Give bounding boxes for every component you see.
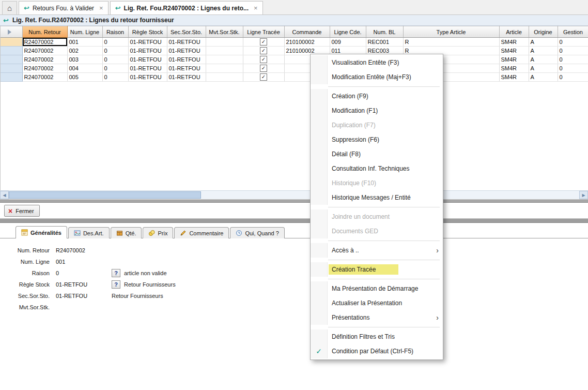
scroll-right-button[interactable]: ▶ (579, 191, 588, 199)
horizontal-scrollbar[interactable]: ◀ ▶ (0, 190, 588, 199)
grid-cell[interactable]: 002 (67, 47, 102, 55)
tab-g-n-ralit-s[interactable]: Généralités (16, 226, 67, 238)
grid-cell[interactable]: 0 (558, 55, 588, 64)
grid-cell[interactable]: 0 (558, 38, 588, 47)
grid-cell[interactable]: R24070002 (22, 55, 67, 64)
column-header-num-retour[interactable]: Num. Retour (22, 26, 67, 38)
grid-cell[interactable]: R24070002 (22, 38, 67, 47)
grid-cell[interactable]: 001 (67, 38, 102, 47)
menu-item-consultation-inf-techniques[interactable]: Consultation Inf. Techniques (311, 161, 443, 176)
scroll-left-button[interactable]: ◀ (0, 191, 9, 199)
tab-lig-ret-fou[interactable]: ↩ Lig. Ret. Fou.R24070002 : Lignes du re… (110, 1, 263, 14)
grid-cell[interactable]: 01-RETFOU (128, 73, 167, 82)
menu-item-d-tail-f8[interactable]: Détail (F8) (311, 147, 443, 161)
grid-cell[interactable]: R24070002 (22, 73, 67, 82)
grid-cell[interactable]: 01-RETFOU (167, 47, 206, 55)
column-header-num-bl[interactable]: Num. BL (366, 26, 403, 38)
grid-cell[interactable]: 01-RETFOU (167, 73, 206, 82)
column-header-origine[interactable]: Origine (529, 26, 558, 38)
menu-item-ma-pr-sentation-de-d-marrage[interactable]: Ma Présentation de Démarrage (311, 281, 443, 296)
menu-item-pr-sentations[interactable]: Présentations› (311, 310, 443, 325)
grid-cell[interactable]: A (529, 73, 558, 82)
tab-qui-quand[interactable]: Qui, Quand ? (230, 227, 284, 238)
grid-cell[interactable]: 0 (102, 73, 128, 82)
grid-cell[interactable]: 0 (102, 38, 128, 47)
column-header-sec-sor-sto-[interactable]: Sec.Sor.Sto. (167, 26, 206, 38)
panel-splitter-top[interactable] (0, 199, 588, 203)
tab-prix[interactable]: Prix (143, 227, 173, 238)
fermer-button[interactable]: × Fermer (4, 205, 40, 217)
grid-cell[interactable]: R24070002 (22, 47, 67, 55)
menu-item-historique-messages-entit[interactable]: Historique Messages / Entité (311, 190, 443, 205)
row-selector[interactable] (1, 38, 22, 47)
grid-cell[interactable]: 01-RETFOU (167, 38, 206, 47)
menu-item-condition-par-d-faut-ctrl-f5[interactable]: ✓Condition par Défaut (Ctrl-F5) (311, 344, 443, 358)
grid-cell[interactable]: SM4R (499, 47, 529, 55)
menu-item-suppression-f6[interactable]: Suppression (F6) (311, 132, 443, 147)
tab-commentaire[interactable]: Commentaire (174, 227, 229, 238)
grid-cell[interactable]: 005 (67, 73, 102, 82)
row-selector[interactable] (1, 55, 22, 64)
panel-splitter-bottom[interactable] (0, 218, 588, 223)
close-icon[interactable]: × (254, 4, 258, 12)
tab-des-art[interactable]: Des.Art. (68, 227, 110, 238)
menu-item-acc-s[interactable]: Accès à ..› (311, 243, 443, 258)
grid-cell[interactable]: ✓ (243, 38, 284, 47)
menu-item-cr-ation-trac-e[interactable]: Création Tracée (311, 262, 443, 277)
column-header-raison[interactable]: Raison (102, 26, 128, 38)
grid-cell[interactable]: 01-RETFOU (128, 64, 167, 73)
menu-item-d-finition-filtres-et-tris[interactable]: Définition Filtres et Tris (311, 329, 443, 344)
home-tab[interactable]: ⌂ (2, 1, 17, 14)
menu-item-cr-ation-f9[interactable]: Création (F9) (311, 89, 443, 103)
lookup-button[interactable]: ? (112, 269, 120, 277)
grid-cell[interactable]: SM4R (499, 64, 529, 73)
grid-cell[interactable] (206, 64, 243, 73)
tab-qt[interactable]: Qté. (111, 227, 142, 238)
grid-cell[interactable]: A (529, 64, 558, 73)
menu-item-visualisation-ent-te-f3[interactable]: Visualisation Entête (F3) (311, 55, 443, 70)
grid-cell[interactable]: SM4R (499, 73, 529, 82)
grid-cell[interactable]: 01-RETFOU (128, 55, 167, 64)
column-header-article[interactable]: Article (499, 26, 529, 38)
row-selector[interactable] (1, 73, 22, 82)
grid-cell[interactable]: A (529, 47, 558, 55)
menu-item-actualiser-la-pr-sentation[interactable]: Actualiser la Présentation (311, 296, 443, 310)
column-header-ligne-trac-e[interactable]: Ligne Tracée (243, 26, 284, 38)
column-header-gestion[interactable]: Gestion (558, 26, 588, 38)
grid-cell[interactable]: 01-RETFOU (167, 64, 206, 73)
column-header-commande[interactable]: Commande (284, 26, 330, 38)
column-header-mvt-sor-stk-[interactable]: Mvt.Sor.Stk. (206, 26, 243, 38)
grid-cell[interactable] (206, 38, 243, 47)
grid-cell[interactable] (206, 73, 243, 82)
grid-cell[interactable] (206, 47, 243, 55)
grid-cell[interactable]: 0 (102, 64, 128, 73)
grid-cell[interactable]: R24070002 (22, 64, 67, 73)
row-selector[interactable] (1, 47, 22, 55)
column-header-num-ligne[interactable]: Num. Ligne (67, 26, 102, 38)
grid-cell[interactable]: A (529, 55, 558, 64)
scrollbar-thumb[interactable] (9, 191, 201, 199)
grid-cell[interactable]: 003 (67, 55, 102, 64)
grid-cell[interactable]: ✓ (243, 55, 284, 64)
grid-cell[interactable]: 01-RETFOU (167, 55, 206, 64)
menu-item-modification-ent-te-maj-f3[interactable]: Modification Entête (Maj+F3) (311, 70, 443, 84)
grid-cell[interactable]: SM4R (499, 38, 529, 47)
grid-cell[interactable]: 009 (330, 38, 366, 47)
grid-cell[interactable]: 0 (102, 55, 128, 64)
grid-cell[interactable]: ✓ (243, 73, 284, 82)
grid-cell[interactable]: 0 (102, 47, 128, 55)
grid-cell[interactable]: 0 (558, 64, 588, 73)
grid-cell[interactable]: 0 (558, 47, 588, 55)
grid-cell[interactable]: R (403, 38, 499, 47)
grid-cell[interactable]: 01-RETFOU (128, 47, 167, 55)
grid-cell[interactable]: 0 (558, 73, 588, 82)
grid-cell[interactable]: A (529, 38, 558, 47)
grid-cell[interactable]: ✓ (243, 47, 284, 55)
tab-retours-fou-a-valider[interactable]: ↩ Retours Fou. à Valider × (19, 1, 109, 14)
grid-cell[interactable]: 210100002 (284, 38, 330, 47)
grid-cell[interactable] (206, 55, 243, 64)
row-selector[interactable] (1, 64, 22, 73)
grid-cell[interactable]: 004 (67, 64, 102, 73)
select-all-header[interactable] (1, 26, 22, 38)
column-header-ligne-cde-[interactable]: Ligne Cde. (330, 26, 366, 38)
